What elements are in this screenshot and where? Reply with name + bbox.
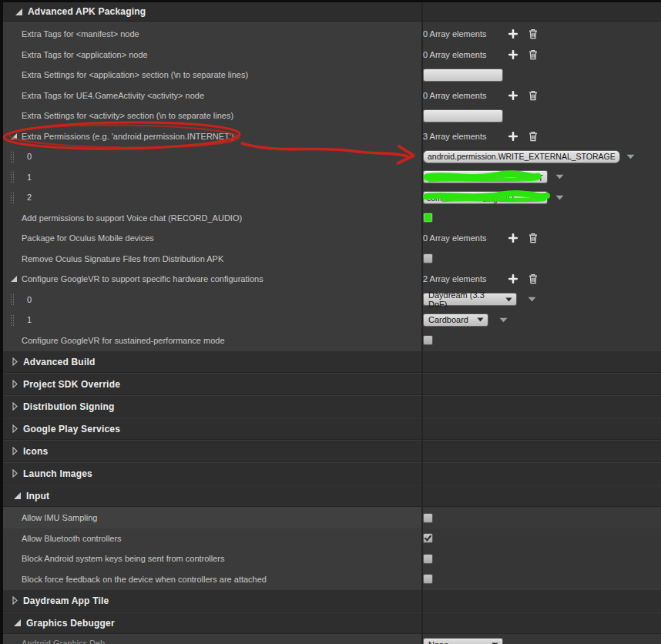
category-google-play-services[interactable]: Google Play Services [3, 418, 661, 440]
setting-label: Extra Tags for UE4.GameActivity <activit… [22, 91, 204, 100]
setting-label: Package for Oculus Mobile devices [22, 233, 154, 243]
setting-row: Extra Settings for <activity> section (\… [3, 106, 661, 126]
apk-rows-area: Extra Tags for <manifest> node 0 Array e… [3, 22, 661, 351]
setting-row: Remove Oculus Signature Files from Distr… [3, 249, 661, 270]
setting-label: Extra Tags for <manifest> node [22, 29, 139, 39]
googlevr-mode-dropdown-1[interactable]: Cardboard [423, 314, 488, 327]
category-distribution-signing[interactable]: Distribution Signing [3, 395, 661, 418]
permission-field-0[interactable]: android.permission.WRITE_EXTERNAL_STORAG… [423, 150, 620, 163]
drag-handle-icon[interactable] [10, 314, 15, 327]
delete-elements-icon[interactable] [528, 131, 539, 142]
expanded-arrow-icon[interactable] [11, 133, 17, 139]
add-element-icon[interactable] [508, 273, 518, 284]
setting-row: Allow Bluetooth controllers [3, 528, 661, 549]
dropdown-value: Daydream (3.3 DoF) [428, 290, 505, 309]
project-settings-panel: Advanced APK Packaging Extra Tags for <m… [0, 0, 661, 644]
drag-handle-icon[interactable] [10, 170, 15, 183]
setting-row-extra-permissions: Extra Permissions (e.g. 'android.permiss… [3, 126, 661, 147]
delete-elements-icon[interactable] [528, 273, 539, 284]
setting-label: Configure GoogleVR to support specific h… [22, 274, 263, 283]
block-system-keys-checkbox[interactable] [423, 554, 433, 564]
permission-field-2-redacted[interactable]: com.an ding BILL [423, 191, 548, 204]
allow-imu-sampling-checkbox[interactable] [423, 513, 433, 523]
allow-bluetooth-controllers-checkbox[interactable] [423, 533, 433, 543]
category-advanced-apk-packaging[interactable]: Advanced APK Packaging [3, 2, 661, 22]
drag-handle-icon[interactable] [10, 293, 15, 306]
block-force-feedback-checkbox[interactable] [423, 574, 433, 584]
collapsed-arrow-icon [12, 469, 18, 478]
add-element-icon[interactable] [508, 131, 518, 142]
extra-activity-settings-input[interactable] [423, 109, 503, 122]
panel-top-border [0, 0, 661, 2]
setting-row: Configure GoogleVR for sustained-perform… [3, 330, 661, 351]
add-element-icon[interactable] [508, 29, 518, 39]
category-title: Launch Images [23, 468, 92, 479]
collapsed-arrow-icon [12, 357, 18, 366]
array-count: 2 Array elements [423, 274, 508, 283]
collapsed-arrow-icon [12, 596, 18, 605]
category-project-sdk-override[interactable]: Project SDK Override [3, 373, 661, 395]
category-daydream-app-tile[interactable]: Daydream App Tile [3, 589, 661, 612]
element-index: 2 [27, 193, 32, 202]
permission-text: android.permission.WRITE_EXTERNAL_STORAG… [428, 152, 616, 161]
expanded-arrow-icon [14, 492, 21, 499]
element-options-caret-icon[interactable] [555, 195, 564, 200]
delete-elements-icon[interactable] [528, 29, 539, 39]
category-title: Icons [23, 446, 48, 457]
category-title: Graphics Debugger [26, 618, 115, 629]
setting-row: Block Android system keys being sent fro… [3, 548, 661, 569]
permission-field-1-redacted[interactable]: T [423, 170, 548, 183]
category-title: Advanced Build [23, 357, 95, 367]
add-element-icon[interactable] [508, 233, 518, 243]
setting-label: Extra Permissions (e.g. 'android.permiss… [22, 132, 234, 141]
collapsed-arrow-icon [12, 380, 18, 388]
setting-label: Configure GoogleVR for sustained-perform… [22, 336, 225, 345]
extra-application-settings-input[interactable] [423, 69, 503, 82]
setting-row: Block force feedback on the device when … [3, 569, 661, 590]
panel-left-border [0, 0, 3, 644]
setting-row: Add permissions to support Voice chat (R… [3, 208, 661, 229]
delete-elements-icon[interactable] [528, 49, 539, 60]
add-element-icon[interactable] [508, 90, 518, 101]
redaction-scribble [422, 171, 552, 184]
setting-label: Extra Settings for <application> section… [22, 70, 248, 79]
setting-label: Allow IMU Sampling [22, 513, 97, 522]
setting-row-googlevr: Configure GoogleVR to support specific h… [3, 269, 661, 290]
category-title: Input [26, 491, 49, 501]
delete-elements-icon[interactable] [528, 233, 539, 243]
android-graphics-debugger-dropdown[interactable]: None [423, 638, 503, 644]
setting-label: Extra Tags for <application> node [22, 50, 148, 59]
array-count: 0 Array elements [423, 50, 508, 59]
remove-oculus-sig-checkbox[interactable] [423, 253, 433, 263]
element-options-caret-icon[interactable] [626, 154, 635, 159]
array-count: 0 Array elements [423, 29, 508, 39]
delete-elements-icon[interactable] [528, 90, 539, 101]
setting-row: Extra Tags for <manifest> node 0 Array e… [3, 24, 661, 45]
category-icons[interactable]: Icons [3, 440, 661, 462]
category-input[interactable]: Input [3, 485, 661, 507]
category-title: Daydream App Tile [23, 595, 109, 606]
element-options-caret-icon[interactable] [555, 174, 564, 179]
setting-row: Extra Tags for UE4.GameActivity <activit… [3, 86, 661, 106]
category-launch-images[interactable]: Launch Images [3, 462, 661, 485]
clipped-bottom-row: Android Graphics Deb None [3, 634, 661, 644]
googlevr-mode-dropdown-0[interactable]: Daydream (3.3 DoF) [423, 293, 517, 306]
sustained-performance-checkbox[interactable] [423, 335, 433, 345]
drag-handle-icon[interactable] [10, 191, 15, 204]
collapsed-arrow-icon [12, 402, 18, 411]
dropdown-value: Cardboard [428, 315, 468, 324]
setting-row: Extra Tags for <application> node 0 Arra… [3, 45, 661, 65]
add-element-icon[interactable] [508, 49, 518, 60]
expanded-arrow-icon[interactable] [11, 276, 17, 282]
drag-handle-icon[interactable] [10, 150, 15, 163]
element-options-caret-icon[interactable] [499, 317, 508, 323]
element-options-caret-icon[interactable] [528, 297, 536, 302]
category-graphics-debugger[interactable]: Graphics Debugger [3, 612, 661, 634]
category-advanced-build[interactable]: Advanced Build [3, 351, 661, 373]
setting-label: Block Android system keys being sent fro… [22, 554, 225, 563]
voice-chat-checkbox-redacted[interactable] [423, 213, 433, 223]
setting-label: Extra Settings for <activity> section (\… [22, 111, 233, 120]
element-index: 0 [27, 295, 32, 304]
dropdown-caret-icon [505, 297, 512, 302]
expanded-arrow-icon [15, 8, 22, 15]
